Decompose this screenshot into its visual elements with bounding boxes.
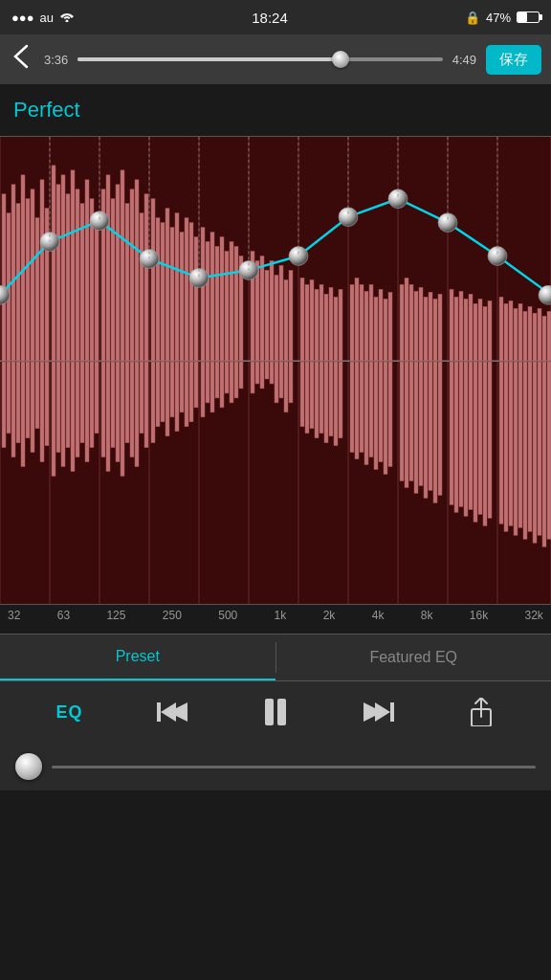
eq-button[interactable]: EQ bbox=[56, 702, 83, 723]
svg-rect-206 bbox=[454, 362, 458, 512]
svg-rect-75 bbox=[310, 279, 314, 361]
prev-button[interactable] bbox=[157, 699, 191, 725]
volume-bar bbox=[0, 743, 551, 791]
svg-rect-158 bbox=[189, 362, 193, 422]
tab-featured-eq[interactable]: Featured EQ bbox=[276, 635, 552, 680]
tab-preset[interactable]: Preset bbox=[0, 635, 276, 680]
svg-rect-15 bbox=[2, 194, 6, 361]
svg-rect-147 bbox=[135, 362, 139, 467]
volume-thumb[interactable] bbox=[15, 753, 42, 780]
svg-rect-60 bbox=[225, 252, 229, 362]
svg-rect-148 bbox=[140, 362, 143, 434]
svg-rect-68 bbox=[270, 260, 274, 361]
svg-rect-43 bbox=[140, 213, 143, 361]
svg-rect-27 bbox=[61, 175, 65, 361]
svg-rect-104 bbox=[469, 294, 473, 361]
svg-rect-215 bbox=[504, 362, 508, 531]
svg-rect-74 bbox=[305, 284, 309, 361]
svg-rect-220 bbox=[528, 362, 532, 531]
svg-rect-78 bbox=[324, 294, 328, 361]
svg-point-229 bbox=[189, 268, 209, 287]
svg-rect-107 bbox=[483, 306, 487, 361]
svg-rect-131 bbox=[56, 362, 60, 453]
svg-rect-102 bbox=[459, 291, 463, 361]
svg-rect-100 bbox=[450, 289, 453, 361]
svg-rect-141 bbox=[106, 362, 110, 472]
save-button[interactable]: 保存 bbox=[486, 45, 541, 75]
svg-rect-108 bbox=[488, 301, 492, 361]
svg-rect-92 bbox=[405, 278, 408, 361]
volume-track[interactable] bbox=[52, 766, 536, 768]
back-button[interactable] bbox=[10, 42, 31, 77]
svg-rect-197 bbox=[405, 362, 408, 487]
svg-rect-203 bbox=[433, 362, 437, 502]
svg-rect-110 bbox=[504, 303, 508, 361]
svg-rect-61 bbox=[230, 242, 233, 361]
carrier-label: au bbox=[40, 11, 54, 25]
svg-rect-124 bbox=[21, 362, 25, 467]
svg-rect-45 bbox=[151, 199, 155, 361]
svg-rect-54 bbox=[194, 237, 198, 361]
freq-1k: 1k bbox=[275, 609, 287, 622]
svg-rect-40 bbox=[125, 204, 129, 361]
svg-rect-20 bbox=[26, 199, 30, 361]
svg-rect-48 bbox=[165, 209, 169, 361]
svg-rect-171 bbox=[260, 362, 264, 389]
svg-rect-41 bbox=[130, 189, 134, 361]
next-button[interactable] bbox=[360, 699, 394, 725]
svg-rect-217 bbox=[514, 362, 518, 535]
svg-rect-222 bbox=[538, 362, 541, 535]
wifi-icon bbox=[59, 11, 75, 25]
svg-marker-249 bbox=[161, 702, 176, 722]
svg-rect-115 bbox=[528, 306, 532, 361]
status-left: ●●● au bbox=[11, 11, 75, 25]
svg-rect-153 bbox=[165, 362, 169, 436]
svg-rect-29 bbox=[71, 170, 75, 361]
share-button[interactable] bbox=[468, 698, 495, 726]
bottom-tabs: Preset Featured EQ bbox=[0, 634, 551, 681]
svg-rect-152 bbox=[161, 362, 165, 422]
svg-rect-109 bbox=[499, 297, 503, 361]
svg-rect-136 bbox=[80, 362, 84, 443]
progress-bar[interactable] bbox=[77, 57, 442, 61]
svg-rect-221 bbox=[533, 362, 537, 543]
svg-rect-17 bbox=[11, 185, 15, 361]
battery-percent: 47% bbox=[486, 11, 511, 25]
svg-rect-164 bbox=[220, 362, 224, 408]
svg-rect-112 bbox=[514, 308, 518, 361]
svg-rect-194 bbox=[384, 362, 387, 475]
svg-rect-142 bbox=[111, 362, 115, 448]
svg-rect-121 bbox=[7, 362, 11, 434]
svg-point-231 bbox=[289, 247, 308, 266]
svg-rect-223 bbox=[542, 362, 546, 546]
svg-rect-250 bbox=[390, 702, 394, 722]
pause-button[interactable] bbox=[265, 699, 286, 725]
progress-thumb[interactable] bbox=[332, 51, 349, 68]
svg-rect-84 bbox=[360, 284, 364, 361]
svg-rect-199 bbox=[414, 362, 418, 493]
svg-rect-212 bbox=[483, 362, 487, 525]
freq-63: 63 bbox=[57, 609, 70, 622]
svg-rect-89 bbox=[384, 299, 387, 361]
svg-rect-72 bbox=[289, 270, 293, 361]
svg-rect-146 bbox=[130, 362, 134, 457]
svg-rect-127 bbox=[35, 362, 39, 429]
svg-rect-77 bbox=[320, 284, 323, 361]
svg-rect-178 bbox=[300, 362, 304, 427]
svg-rect-211 bbox=[478, 362, 482, 514]
svg-rect-247 bbox=[157, 702, 161, 722]
svg-rect-39 bbox=[121, 170, 124, 361]
svg-rect-96 bbox=[424, 297, 428, 361]
svg-rect-116 bbox=[533, 313, 537, 361]
svg-rect-139 bbox=[95, 362, 99, 434]
svg-rect-122 bbox=[11, 362, 15, 457]
svg-rect-82 bbox=[350, 284, 354, 361]
svg-rect-91 bbox=[400, 284, 404, 361]
svg-rect-160 bbox=[201, 362, 205, 417]
svg-rect-46 bbox=[156, 218, 160, 361]
eq-graph[interactable] bbox=[0, 136, 551, 605]
svg-rect-81 bbox=[339, 289, 342, 361]
svg-rect-113 bbox=[518, 303, 522, 361]
svg-rect-52 bbox=[185, 218, 188, 361]
svg-rect-86 bbox=[369, 284, 373, 361]
